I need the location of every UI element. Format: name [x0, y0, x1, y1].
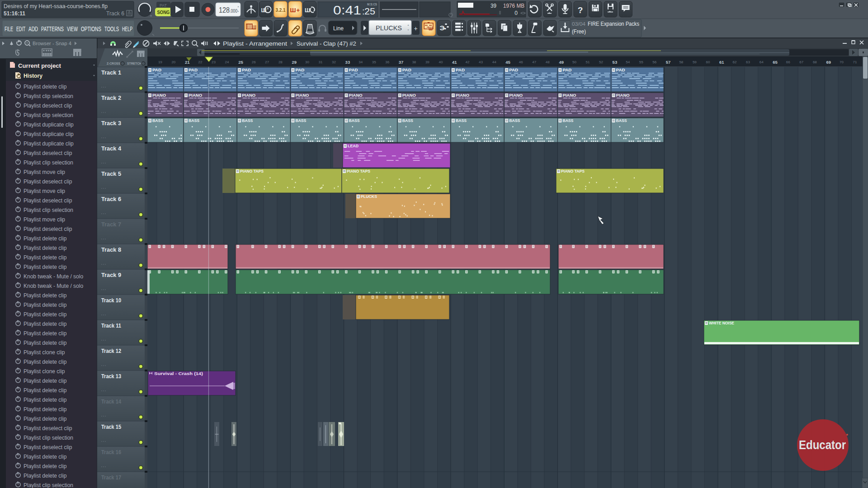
svg-text:61: 61: [719, 60, 724, 65]
svg-text:62: 62: [733, 60, 737, 64]
svg-text:STRETCH: STRETCH: [127, 62, 142, 65]
svg-text:Playlist delete clip: Playlist delete clip: [24, 359, 67, 365]
svg-text:Track 13: Track 13: [101, 373, 121, 380]
svg-text:BASS: BASS: [456, 118, 467, 123]
svg-text:57: 57: [666, 60, 671, 65]
svg-text:Track 12: Track 12: [101, 348, 121, 354]
svg-text:Playlist clip selection: Playlist clip selection: [24, 160, 73, 166]
svg-text:PIANO: PIANO: [509, 93, 523, 98]
svg-text:ADD: ADD: [28, 25, 38, 33]
svg-text:PIANO: PIANO: [562, 93, 576, 98]
svg-text:Playlist duplicate clip: Playlist duplicate clip: [24, 122, 74, 128]
svg-text:Track 16: Track 16: [101, 449, 121, 455]
svg-text:Playlist delete clip: Playlist delete clip: [24, 235, 67, 242]
svg-text:Playlist - Arrangement: Playlist - Arrangement: [223, 40, 287, 47]
svg-text:Ш: Ш: [290, 7, 296, 14]
svg-text:Playlist delete clip: Playlist delete clip: [24, 254, 67, 261]
svg-text:PIANO: PIANO: [189, 93, 202, 98]
svg-text:Ш: Ш: [305, 7, 310, 14]
svg-text:39: 39: [425, 60, 429, 64]
svg-text:▼: ▼: [407, 28, 410, 31]
svg-text:Playlist delete clip: Playlist delete clip: [24, 321, 67, 327]
svg-text:52: 52: [599, 60, 603, 64]
svg-text:Playlist delete clip: Playlist delete clip: [24, 416, 67, 422]
svg-text:Survival - Clap (47) #2: Survival - Clap (47) #2: [297, 40, 356, 47]
svg-text:Z-CROSS: Z-CROSS: [107, 62, 121, 65]
svg-text:Э: Э: [440, 24, 445, 32]
svg-text:03/04: 03/04: [572, 21, 585, 27]
svg-text:PATTERNS: PATTERNS: [41, 25, 64, 33]
svg-text:Track 15: Track 15: [101, 424, 121, 430]
svg-text:25: 25: [364, 6, 375, 16]
svg-text:67: 67: [799, 60, 803, 64]
svg-text:Playlist deselect clip: Playlist deselect clip: [24, 150, 72, 156]
svg-text:46: 46: [519, 60, 523, 64]
svg-text:History: History: [24, 72, 43, 79]
svg-text:Playlist delete clip: Playlist delete clip: [24, 397, 67, 403]
svg-text:BASS: BASS: [349, 118, 360, 123]
svg-text:55: 55: [639, 60, 643, 64]
svg-text:56: 56: [652, 60, 656, 64]
svg-text:Playlist deselect clip: Playlist deselect clip: [24, 226, 72, 232]
svg-text:+: +: [414, 25, 417, 32]
svg-text:Playlist clone clip: Playlist clone clip: [24, 349, 65, 356]
svg-text:BASS: BASS: [509, 118, 520, 123]
svg-text:Playlist delete clip: Playlist delete clip: [24, 245, 67, 251]
svg-text:PAT: PAT: [160, 3, 167, 8]
svg-text:?: ?: [578, 5, 583, 15]
svg-text:PIANO: PIANO: [152, 93, 166, 98]
svg-text:44: 44: [492, 60, 496, 64]
svg-text:PAD: PAD: [616, 68, 625, 72]
svg-text:49: 49: [559, 60, 564, 65]
svg-text:BASS: BASS: [189, 118, 199, 123]
svg-text:41: 41: [452, 60, 457, 65]
svg-text:32: 32: [332, 60, 336, 64]
svg-text:45: 45: [505, 60, 510, 65]
svg-text:BASS: BASS: [616, 118, 627, 123]
svg-text:(Free): (Free): [572, 28, 586, 35]
svg-text:Knob tweak - Mute / solo: Knob tweak - Mute / solo: [24, 283, 83, 289]
svg-text:Playlist clip selection: Playlist clip selection: [24, 112, 73, 118]
svg-text:BASS: BASS: [295, 118, 306, 123]
svg-text:PIANO: PIANO: [242, 93, 255, 98]
svg-text:71: 71: [853, 60, 857, 64]
svg-text:Playlist delete clip: Playlist delete clip: [24, 311, 67, 318]
svg-text:24: 24: [225, 60, 229, 64]
svg-text:Track 10: Track 10: [101, 297, 121, 304]
svg-text:TOOLS: TOOLS: [104, 25, 119, 33]
svg-text:PIANO: PIANO: [402, 93, 416, 98]
svg-text:53: 53: [613, 60, 618, 65]
svg-text:BASS: BASS: [242, 118, 253, 123]
svg-text:0: 0: [514, 10, 518, 16]
svg-text:1976 MB: 1976 MB: [503, 3, 524, 9]
svg-text:HELP: HELP: [122, 25, 132, 33]
svg-text:Track 14: Track 14: [101, 399, 121, 405]
svg-text:Playlist delete clip: Playlist delete clip: [24, 454, 67, 460]
svg-text:Playlist clone clip: Playlist clone clip: [24, 368, 65, 375]
svg-text:PLUCKS: PLUCKS: [376, 24, 402, 32]
svg-text:22: 22: [198, 60, 203, 64]
svg-text:Ш: Ш: [429, 26, 433, 31]
svg-text:Track 11: Track 11: [101, 323, 121, 329]
svg-text:Playlist delete clip: Playlist delete clip: [24, 406, 67, 413]
svg-text:▲: ▲: [237, 5, 240, 8]
svg-text:Track 1: Track 1: [101, 70, 121, 76]
svg-text:27: 27: [265, 60, 269, 64]
svg-text:19: 19: [158, 60, 162, 64]
svg-text:Track 4: Track 4: [101, 145, 121, 152]
svg-text:▲: ▲: [407, 23, 410, 26]
svg-text:64: 64: [760, 60, 764, 64]
svg-text:BASS: BASS: [152, 118, 163, 123]
svg-text:Ш: Ш: [252, 24, 256, 31]
svg-text:▼: ▼: [237, 10, 240, 13]
svg-text:Playlist deselect clip: Playlist deselect clip: [24, 103, 72, 109]
svg-text:+: +: [297, 7, 300, 14]
svg-text:Track 6: Track 6: [106, 10, 124, 17]
svg-text:33: 33: [345, 60, 350, 65]
svg-text:Playlist delete clip: Playlist delete clip: [24, 463, 67, 469]
svg-text:Playlist delete clip: Playlist delete clip: [24, 330, 67, 337]
svg-text:PIANO: PIANO: [295, 93, 309, 98]
svg-text:Track 6: Track 6: [101, 196, 121, 202]
svg-text:PIANO: PIANO: [456, 93, 469, 98]
svg-text:Playlist delete clip: Playlist delete clip: [24, 292, 67, 299]
